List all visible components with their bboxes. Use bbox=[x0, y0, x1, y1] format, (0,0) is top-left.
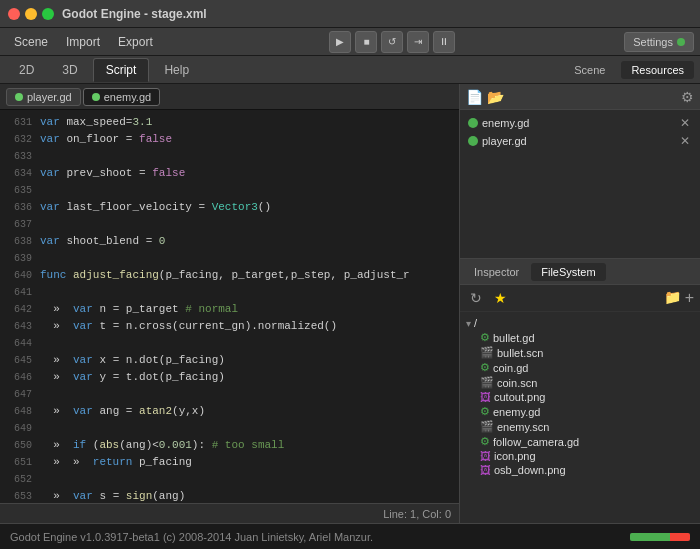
main-menu: Scene Import Export bbox=[6, 32, 161, 52]
code-line: 632 var on_floor = false bbox=[0, 131, 459, 148]
tree-root[interactable]: ▾ / bbox=[464, 316, 696, 330]
code-line: 647 bbox=[0, 386, 459, 403]
code-line: 651 » » return p_facing bbox=[0, 454, 459, 471]
root-folder-label: / bbox=[474, 317, 477, 329]
resources-tab-bar: 📄 📂 ⚙ bbox=[460, 84, 700, 110]
code-line: 640 func adjust_facing(p_facing, p_targe… bbox=[0, 267, 459, 284]
scn-icon-2: 🎬 bbox=[480, 376, 494, 389]
tab-3d[interactable]: 3D bbox=[49, 58, 90, 82]
tab-filesystem[interactable]: FileSystem bbox=[531, 263, 605, 281]
scene-menu[interactable]: Scene bbox=[6, 32, 56, 52]
minimize-button[interactable] bbox=[25, 8, 37, 20]
right-panel: 📄 📂 ⚙ enemy.gd ✕ player.gd bbox=[460, 84, 700, 523]
tree-item[interactable]: 🎬 coin.scn bbox=[464, 375, 696, 390]
toolbar: ▶ ■ ↺ ⇥ ⏸ bbox=[329, 31, 455, 53]
main-area: player.gd enemy.gd 631 var max_speed=3.1… bbox=[0, 84, 700, 523]
step-button[interactable]: ⇥ bbox=[407, 31, 429, 53]
stop-button[interactable]: ■ bbox=[355, 31, 377, 53]
code-line: 631 var max_speed=3.1 bbox=[0, 114, 459, 131]
code-line: 646 » var y = t.dot(p_facing) bbox=[0, 369, 459, 386]
file-icon-btn[interactable]: 📄 bbox=[466, 89, 483, 105]
filename: osb_down.png bbox=[494, 464, 566, 476]
tree-item[interactable]: ⚙ follow_camera.gd bbox=[464, 434, 696, 449]
remove-resource-button[interactable]: ✕ bbox=[678, 116, 692, 130]
folder-icon-btn[interactable]: 📂 bbox=[487, 89, 504, 105]
filename: coin.gd bbox=[493, 362, 528, 374]
tree-item[interactable]: ⚙ enemy.gd bbox=[464, 404, 696, 419]
window-controls[interactable] bbox=[8, 8, 54, 20]
png-icon-2: 🖼 bbox=[480, 450, 491, 462]
inspector-bottom: Inspector FileSystem ↻ ★ 📁 + ▾ / ⚙ bulle… bbox=[460, 259, 700, 523]
png-icon: 🖼 bbox=[480, 391, 491, 403]
status-indicator bbox=[677, 38, 685, 46]
scn-icon-3: 🎬 bbox=[480, 420, 494, 433]
main-tab-bar: 2D 3D Script Help Scene Resources bbox=[0, 56, 700, 84]
pause-button[interactable]: ⏸ bbox=[433, 31, 455, 53]
resources-file-list: enemy.gd ✕ player.gd ✕ bbox=[460, 110, 700, 258]
code-line: 633 bbox=[0, 148, 459, 165]
tree-item[interactable]: 🖼 osb_down.png bbox=[464, 463, 696, 477]
resource-filename-2[interactable]: player.gd bbox=[482, 135, 527, 147]
filename: bullet.scn bbox=[497, 347, 543, 359]
gd-icon: ⚙ bbox=[480, 331, 490, 344]
code-line: 653 » var s = sign(ang) bbox=[0, 488, 459, 503]
loop-button[interactable]: ↺ bbox=[381, 31, 403, 53]
cursor-position: Line: 1, Col: 0 bbox=[383, 508, 451, 520]
tab-resources-top[interactable]: Resources bbox=[621, 61, 694, 79]
expand-arrow: ▾ bbox=[466, 318, 471, 329]
filesystem-tree: ▾ / ⚙ bullet.gd 🎬 bullet.scn ⚙ coin.gd 🎬 bbox=[460, 312, 700, 523]
maximize-button[interactable] bbox=[42, 8, 54, 20]
code-line: 636 var last_floor_velocity = Vector3() bbox=[0, 199, 459, 216]
open-folder-button[interactable]: 📁 bbox=[664, 289, 681, 307]
file-icon-2 bbox=[92, 93, 100, 101]
code-line: 649 bbox=[0, 420, 459, 437]
inspector-tab-bar: Inspector FileSystem bbox=[460, 259, 700, 285]
code-line: 637 bbox=[0, 216, 459, 233]
tab-scene-top[interactable]: Scene bbox=[564, 61, 615, 79]
export-menu[interactable]: Export bbox=[110, 32, 161, 52]
bookmark-button[interactable]: ★ bbox=[490, 288, 510, 308]
resources-gear-icon[interactable]: ⚙ bbox=[681, 89, 694, 105]
editor-panel: player.gd enemy.gd 631 var max_speed=3.1… bbox=[0, 84, 460, 523]
tree-item[interactable]: ⚙ bullet.gd bbox=[464, 330, 696, 345]
import-menu[interactable]: Import bbox=[58, 32, 108, 52]
tree-item[interactable]: ⚙ coin.gd bbox=[464, 360, 696, 375]
tab-enemy-gd[interactable]: enemy.gd bbox=[83, 88, 161, 106]
gd-icon-3: ⚙ bbox=[480, 405, 490, 418]
code-line: 652 bbox=[0, 471, 459, 488]
main-tabs: 2D 3D Script Help bbox=[6, 58, 202, 82]
editor-status-bar: Line: 1, Col: 0 bbox=[0, 503, 459, 523]
tab-help[interactable]: Help bbox=[151, 58, 202, 82]
tree-item[interactable]: 🖼 icon.png bbox=[464, 449, 696, 463]
inspector-toolbar: ↻ ★ 📁 + bbox=[460, 285, 700, 312]
tab-inspector[interactable]: Inspector bbox=[464, 263, 529, 281]
tree-item[interactable]: 🖼 cutout.png bbox=[464, 390, 696, 404]
filename: icon.png bbox=[494, 450, 536, 462]
filename: bullet.gd bbox=[493, 332, 535, 344]
gd-icon-2: ⚙ bbox=[480, 361, 490, 374]
code-line: 638 var shoot_blend = 0 bbox=[0, 233, 459, 250]
code-editor[interactable]: 631 var max_speed=3.1 632 var on_floor =… bbox=[0, 110, 459, 503]
tab-2d[interactable]: 2D bbox=[6, 58, 47, 82]
tree-item[interactable]: 🎬 enemy.scn bbox=[464, 419, 696, 434]
code-line: 634 var prev_shoot = false bbox=[0, 165, 459, 182]
close-button[interactable] bbox=[8, 8, 20, 20]
remove-resource-button-2[interactable]: ✕ bbox=[678, 134, 692, 148]
resources-panel: 📄 📂 ⚙ enemy.gd ✕ player.gd bbox=[460, 84, 700, 259]
scn-icon: 🎬 bbox=[480, 346, 494, 359]
code-line: 648 » var ang = atan2(y,x) bbox=[0, 403, 459, 420]
tree-item[interactable]: 🎬 bullet.scn bbox=[464, 345, 696, 360]
settings-button[interactable]: Settings bbox=[624, 32, 694, 52]
tab-player-gd[interactable]: player.gd bbox=[6, 88, 81, 106]
code-line: 641 bbox=[0, 284, 459, 301]
perf-green bbox=[630, 533, 670, 541]
play-button[interactable]: ▶ bbox=[329, 31, 351, 53]
resource-filename[interactable]: enemy.gd bbox=[482, 117, 530, 129]
code-line: 635 bbox=[0, 182, 459, 199]
add-button[interactable]: + bbox=[685, 289, 694, 307]
menu-bar: Scene Import Export ▶ ■ ↺ ⇥ ⏸ Settings bbox=[0, 28, 700, 56]
tab-script[interactable]: Script bbox=[93, 58, 150, 82]
reload-button[interactable]: ↻ bbox=[466, 288, 486, 308]
window-title: Godot Engine - stage.xml bbox=[62, 7, 207, 21]
resource-item: player.gd ✕ bbox=[464, 132, 696, 150]
